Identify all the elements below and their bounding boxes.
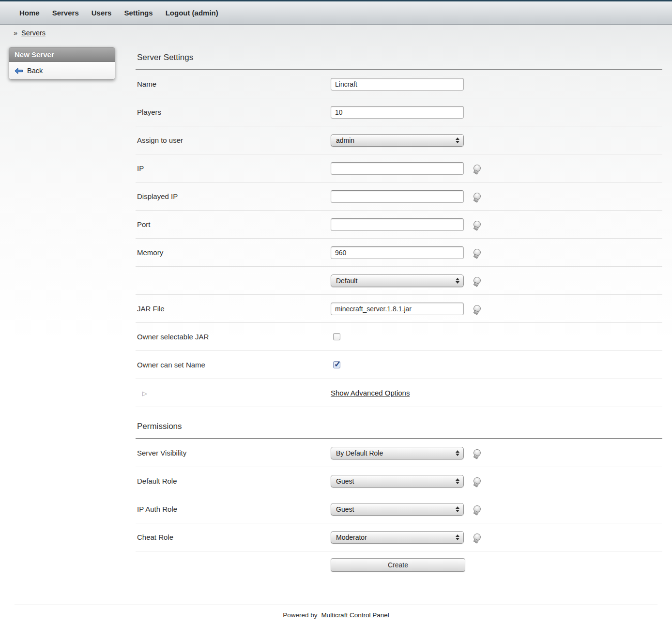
default-role-select[interactable]: Guest: [331, 475, 464, 488]
server-settings-title: Server Settings: [136, 53, 662, 70]
form-row-create: Create: [136, 551, 662, 582]
jar-file-label: JAR File: [137, 305, 331, 313]
displayed-ip-help-lightbulb-icon[interactable]: [472, 191, 482, 201]
cheat-role-select[interactable]: Moderator: [331, 531, 464, 544]
form-row-memory: Memory: [136, 239, 662, 267]
server-visibility-select[interactable]: By Default Role: [331, 447, 464, 459]
up-down-stepper-icon: [456, 137, 459, 143]
footer: Powered by Multicraft Control Panel: [15, 605, 657, 631]
cheat-role-label: Cheat Role: [137, 533, 331, 541]
form-row-jar-preset: Default: [136, 267, 662, 295]
default-role-label: Default Role: [137, 477, 331, 485]
up-down-stepper-icon: [456, 450, 459, 456]
server-visibility-help-lightbulb-icon[interactable]: [472, 448, 482, 457]
main-content: Server Settings Name Players Assign to u…: [136, 53, 662, 582]
cheat-role-help-lightbulb-icon[interactable]: [472, 532, 482, 542]
form-row-assign-to-user: Assign to user admin: [136, 126, 662, 154]
port-help-lightbulb-icon[interactable]: [472, 219, 482, 229]
jar-file-input[interactable]: [331, 303, 464, 315]
form-row-advanced-options: ▷ Show Advanced Options: [136, 379, 662, 407]
form-row-port: Port: [136, 211, 662, 239]
memory-input[interactable]: [331, 246, 464, 259]
owner-selectable-jar-label: Owner selectable JAR: [137, 333, 331, 341]
form-row-owner-selectable-jar: Owner selectable JAR: [136, 323, 662, 351]
new-server-panel: New Server Back: [9, 47, 115, 80]
footer-powered-by-text: Powered by: [283, 611, 317, 619]
breadcrumb: » Servers: [0, 25, 672, 38]
owner-can-set-name-label: Owner can set Name: [137, 361, 331, 369]
ip-input[interactable]: [331, 162, 464, 175]
form-row-name: Name: [136, 70, 662, 98]
memory-help-lightbulb-icon[interactable]: [472, 247, 482, 257]
jar-preset-select[interactable]: Default: [331, 274, 464, 287]
default-role-help-lightbulb-icon[interactable]: [472, 476, 482, 486]
select-value: Default: [336, 277, 357, 285]
server-visibility-label: Server Visibility: [137, 449, 331, 457]
up-down-stepper-icon: [456, 506, 459, 512]
form-row-ip: IP: [136, 154, 662, 183]
back-button[interactable]: Back: [9, 62, 115, 79]
name-label: Name: [137, 80, 331, 88]
show-advanced-options-link[interactable]: Show Advanced Options: [331, 389, 410, 397]
nav-logout[interactable]: Logout (admin): [159, 1, 225, 24]
breadcrumb-symbol: »: [14, 29, 17, 37]
select-value: Guest: [336, 505, 354, 513]
players-label: Players: [137, 108, 331, 116]
up-down-stepper-icon: [456, 278, 459, 284]
players-input[interactable]: [331, 106, 464, 119]
form-row-displayed-ip: Displayed IP: [136, 183, 662, 211]
select-value: Guest: [336, 477, 354, 485]
nav-servers[interactable]: Servers: [46, 1, 85, 24]
nav-settings[interactable]: Settings: [118, 1, 159, 24]
name-input[interactable]: [331, 78, 464, 91]
create-button[interactable]: Create: [331, 558, 465, 572]
memory-label: Memory: [137, 248, 331, 257]
select-value: admin: [336, 137, 354, 144]
owner-selectable-jar-checkbox[interactable]: [333, 333, 340, 340]
ip-auth-role-help-lightbulb-icon[interactable]: [472, 504, 482, 514]
form-row-jar-file: JAR File: [136, 295, 662, 323]
form-row-server-visibility: Server Visibility By Default Role: [136, 439, 662, 467]
back-label: Back: [27, 67, 43, 75]
up-down-stepper-icon: [456, 478, 459, 484]
up-down-stepper-icon: [456, 534, 459, 540]
owner-can-set-name-checkbox[interactable]: [333, 361, 340, 368]
multicraft-control-panel-link[interactable]: Multicraft Control Panel: [321, 611, 389, 619]
select-value: By Default Role: [336, 449, 383, 457]
port-label: Port: [137, 220, 331, 229]
nav-home[interactable]: Home: [13, 1, 46, 24]
back-arrow-icon: [14, 67, 23, 75]
nav-users[interactable]: Users: [85, 1, 118, 24]
breadcrumb-servers-link[interactable]: Servers: [21, 29, 46, 37]
form-row-cheat-role: Cheat Role Moderator: [136, 523, 662, 551]
jar-file-help-lightbulb-icon[interactable]: [472, 304, 482, 313]
ip-help-lightbulb-icon[interactable]: [472, 163, 482, 173]
ip-auth-role-label: IP Auth Role: [137, 505, 331, 513]
assign-to-user-label: Assign to user: [137, 136, 331, 144]
form-row-players: Players: [136, 98, 662, 126]
panel-title: New Server: [9, 47, 115, 62]
ip-label: IP: [137, 164, 331, 172]
port-input[interactable]: [331, 218, 464, 231]
ip-auth-role-select[interactable]: Guest: [331, 503, 464, 516]
top-navigation: Home Servers Users Settings Logout (admi…: [0, 0, 672, 25]
form-row-ip-auth-role: IP Auth Role Guest: [136, 495, 662, 523]
form-row-owner-can-set-name: Owner can set Name: [136, 351, 662, 379]
form-row-default-role: Default Role Guest: [136, 467, 662, 495]
select-value: Moderator: [336, 533, 367, 541]
displayed-ip-input[interactable]: [331, 190, 464, 203]
triangle-right-icon[interactable]: ▷: [137, 390, 147, 397]
assign-to-user-select[interactable]: admin: [331, 134, 464, 147]
displayed-ip-label: Displayed IP: [137, 192, 331, 200]
permissions-title: Permissions: [136, 422, 662, 439]
jar-preset-help-lightbulb-icon[interactable]: [472, 275, 482, 285]
